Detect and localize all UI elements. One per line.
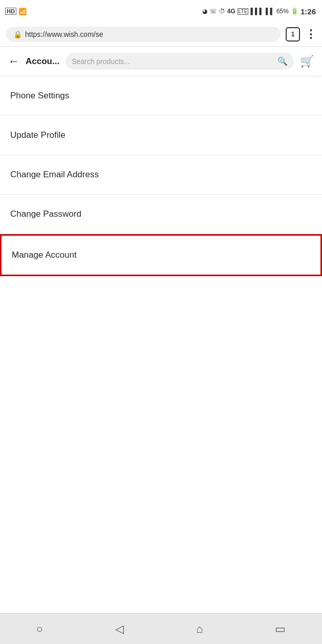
- wifi-icon: ◕: [202, 8, 207, 15]
- status-bar: HD 📶 ◕ ☏ ⏱ 4G LTE ▌▌▌ ▌▌ 65% 🔋 1:26: [0, 0, 322, 23]
- hd-label: HD: [5, 8, 16, 15]
- menu-item-change-email-label: Change Email Address: [10, 170, 99, 179]
- menu-item-manage-account-label: Manage Account: [12, 250, 77, 260]
- lte-icon: LTE: [238, 8, 249, 15]
- voip-icon: ☏: [209, 8, 217, 15]
- url-bar[interactable]: 🔒 https://www.wish.com/se: [6, 27, 281, 42]
- menu-item-change-password-label: Change Password: [10, 209, 81, 219]
- alarm-icon: ⏱: [219, 8, 225, 15]
- menu-item-update-profile[interactable]: Update Profile: [0, 116, 322, 155]
- menu-item-change-password[interactable]: Change Password: [0, 195, 322, 234]
- bottom-nav: ○ ◁ ⌂ ▭: [0, 613, 322, 644]
- menu-item-manage-account[interactable]: Manage Account: [0, 234, 322, 276]
- network-label: 4G: [227, 8, 235, 15]
- back-button-nav[interactable]: ◁: [115, 622, 124, 636]
- battery-level: 65%: [276, 8, 289, 15]
- status-time: 1:26: [300, 7, 316, 16]
- signal-bars: ▌▌▌: [250, 8, 264, 15]
- content-space: [0, 445, 322, 613]
- nav-bar: ← Accou... Search products... 🔍 🛒: [0, 47, 322, 76]
- menu-item-phone-settings[interactable]: Phone Settings: [0, 76, 322, 116]
- status-left: HD 📶: [5, 8, 27, 15]
- recents-button[interactable]: ▭: [275, 622, 286, 636]
- menu-list: Phone Settings Update Profile Change Ema…: [0, 76, 322, 445]
- home-nav-button[interactable]: ⌂: [196, 622, 203, 636]
- browser-bar: 🔒 https://www.wish.com/se 1 ⋮: [0, 23, 322, 47]
- menu-item-phone-settings-label: Phone Settings: [10, 91, 69, 100]
- nav-title: Accou...: [26, 56, 59, 67]
- cart-button[interactable]: 🛒: [300, 55, 314, 68]
- search-icon: 🔍: [277, 56, 288, 66]
- battery-icon: 🔋: [291, 8, 298, 15]
- more-options-button[interactable]: ⋮: [305, 28, 316, 41]
- signal-bars2: ▌▌: [266, 8, 274, 15]
- search-bar[interactable]: Search products... 🔍: [66, 53, 294, 70]
- menu-item-change-email[interactable]: Change Email Address: [0, 155, 322, 195]
- search-placeholder-text: Search products...: [72, 57, 274, 66]
- url-text: https://www.wish.com/se: [25, 30, 103, 38]
- lock-icon: 🔒: [13, 30, 22, 38]
- menu-item-update-profile-label: Update Profile: [10, 130, 66, 140]
- back-button[interactable]: ←: [8, 55, 19, 68]
- signal-icon: 📶: [18, 8, 27, 15]
- tab-count[interactable]: 1: [286, 27, 300, 41]
- home-button[interactable]: ○: [36, 622, 43, 636]
- status-right: ◕ ☏ ⏱ 4G LTE ▌▌▌ ▌▌ 65% 🔋 1:26: [202, 7, 316, 16]
